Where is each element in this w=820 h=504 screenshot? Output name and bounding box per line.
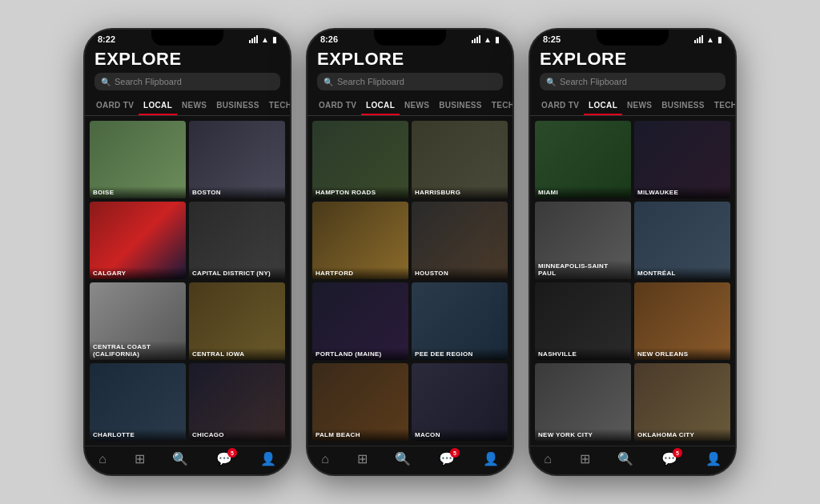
tab-business[interactable]: BUSINESS xyxy=(211,97,264,115)
city-cell-central-coast-(california)[interactable]: CENTRAL COAST (CALIFORNIA) xyxy=(90,282,186,360)
city-cell-nashville[interactable]: NASHVILLE xyxy=(535,282,631,360)
city-cell-boston[interactable]: BOSTON xyxy=(189,121,285,198)
grid-row-1: HARTFORDHOUSTON xyxy=(312,202,508,279)
city-label: CAPITAL DISTRICT (NY) xyxy=(189,267,285,279)
search-bar[interactable]: 🔍 Search Flipboard xyxy=(540,73,726,90)
city-grid: MIAMIMILWAUKEEMINNEAPOLIS-SAINT PAULMONT… xyxy=(530,116,735,446)
search-bar[interactable]: 🔍 Search Flipboard xyxy=(317,73,503,90)
city-cell-portland-(maine)[interactable]: PORTLAND (MAINE) xyxy=(312,282,408,360)
city-label: CHARLOTTE xyxy=(90,429,186,441)
phone-2: 8:26 ▲ ▮ EXPLORE 🔍 Search Flipboard OARD… xyxy=(306,28,514,476)
notifications-nav[interactable]: 💬5 xyxy=(661,451,677,466)
notification-badge: 5 xyxy=(227,448,237,458)
city-label: CENTRAL IOWA xyxy=(189,348,285,360)
city-cell-boise[interactable]: BOISE xyxy=(90,121,186,198)
page-title: EXPLORE xyxy=(540,49,726,70)
city-cell-pee-dee-region[interactable]: PEE DEE REGION xyxy=(412,282,508,360)
city-cell-milwaukee[interactable]: MILWAUKEE xyxy=(634,121,730,198)
tab-tech-&-scienc[interactable]: TECH & SCIENC xyxy=(264,97,290,115)
signal-icon xyxy=(249,35,258,43)
grid-nav[interactable]: ⊞ xyxy=(580,451,590,466)
city-cell-new-orleans[interactable]: NEW ORLEANS xyxy=(634,282,730,360)
search-nav[interactable]: 🔍 xyxy=(172,451,188,466)
city-label: HARTFORD xyxy=(312,267,408,279)
city-cell-oklahoma-city[interactable]: OKLAHOMA CITY xyxy=(634,363,730,441)
tab-news[interactable]: NEWS xyxy=(177,97,211,115)
city-label: PALM BEACH xyxy=(312,429,408,441)
city-cell-calgary[interactable]: CALGARY xyxy=(90,202,186,279)
profile-nav[interactable]: 👤 xyxy=(260,451,276,466)
city-label: CENTRAL COAST (CALIFORNIA) xyxy=(90,341,186,360)
tab-tech-&-scienc[interactable]: TECH & SCIENC xyxy=(709,97,735,115)
city-cell-hartford[interactable]: HARTFORD xyxy=(312,202,408,279)
explore-header: EXPLORE 🔍 Search Flipboard xyxy=(85,46,290,97)
tab-business[interactable]: BUSINESS xyxy=(434,97,487,115)
notifications-nav[interactable]: 💬5 xyxy=(216,451,232,466)
grid-row-0: HAMPTON ROADSHARRISBURG xyxy=(312,121,508,198)
tab-local[interactable]: LOCAL xyxy=(361,97,400,115)
signal-icon xyxy=(694,35,703,43)
tab-oard-tv[interactable]: OARD TV xyxy=(91,97,139,115)
scene: 8:22 ▲ ▮ EXPLORE 🔍 Search Flipboard OARD… xyxy=(0,0,820,504)
grid-row-3: PALM BEACHMACON xyxy=(312,363,508,441)
home-nav[interactable]: ⌂ xyxy=(321,452,329,466)
profile-nav[interactable]: 👤 xyxy=(483,451,499,466)
tab-news[interactable]: NEWS xyxy=(622,97,657,115)
search-placeholder: Search Flipboard xyxy=(115,77,182,86)
bottom-nav: ⌂⊞🔍💬5👤 xyxy=(530,446,735,474)
tab-business[interactable]: BUSINESS xyxy=(657,97,709,115)
wifi-icon: ▲ xyxy=(706,35,714,44)
page-title: EXPLORE xyxy=(317,49,503,70)
battery-icon: ▮ xyxy=(495,35,500,44)
bottom-nav: ⌂⊞🔍💬5👤 xyxy=(85,446,290,474)
city-label: MIAMI xyxy=(535,186,631,198)
battery-icon: ▮ xyxy=(718,35,722,44)
search-icon: 🔍 xyxy=(546,78,556,86)
city-cell-minneapolis-saint-paul[interactable]: MINNEAPOLIS-SAINT PAUL xyxy=(535,202,631,279)
search-bar[interactable]: 🔍 Search Flipboard xyxy=(94,73,280,90)
city-label: HAMPTON ROADS xyxy=(312,186,408,198)
city-label: CHICAGO xyxy=(189,429,285,441)
city-label: BOISE xyxy=(90,186,186,198)
city-grid: BOISEBOSTONCALGARYCAPITAL DISTRICT (NY)C… xyxy=(85,116,290,446)
page-title: EXPLORE xyxy=(94,49,280,70)
city-cell-hampton-roads[interactable]: HAMPTON ROADS xyxy=(312,121,408,198)
bottom-nav: ⌂⊞🔍💬5👤 xyxy=(308,446,512,474)
tab-news[interactable]: NEWS xyxy=(400,97,434,115)
tab-oard-tv[interactable]: OARD TV xyxy=(537,97,584,115)
tab-tech-&-scienc[interactable]: TECH & SCIENC xyxy=(487,97,512,115)
city-cell-capital-district-(ny)[interactable]: CAPITAL DISTRICT (NY) xyxy=(189,202,285,279)
city-cell-central-iowa[interactable]: CENTRAL IOWA xyxy=(189,282,285,360)
city-cell-charlotte[interactable]: CHARLOTTE xyxy=(90,363,186,441)
profile-nav[interactable]: 👤 xyxy=(705,451,722,466)
city-label: HOUSTON xyxy=(412,267,508,279)
notification-badge: 5 xyxy=(673,448,682,458)
city-label: MACON xyxy=(412,429,508,441)
city-label: NEW YORK CITY xyxy=(535,429,631,441)
search-nav[interactable]: 🔍 xyxy=(395,451,411,466)
tab-local[interactable]: LOCAL xyxy=(139,97,177,115)
search-nav[interactable]: 🔍 xyxy=(617,451,633,466)
wifi-icon: ▲ xyxy=(261,35,269,44)
city-cell-chicago[interactable]: CHICAGO xyxy=(189,363,285,441)
city-label: NASHVILLE xyxy=(535,348,631,360)
grid-nav[interactable]: ⊞ xyxy=(135,451,145,466)
home-nav[interactable]: ⌂ xyxy=(98,452,107,466)
grid-row-1: MINNEAPOLIS-SAINT PAULMONTRÉAL xyxy=(535,202,730,279)
phone-3: 8:25 ▲ ▮ EXPLORE 🔍 Search Flipboard OARD… xyxy=(529,28,737,476)
explore-header: EXPLORE 🔍 Search Flipboard xyxy=(530,46,735,97)
search-icon: 🔍 xyxy=(101,78,111,86)
tab-oard-tv[interactable]: OARD TV xyxy=(314,97,361,115)
notifications-nav[interactable]: 💬5 xyxy=(439,451,455,466)
home-nav[interactable]: ⌂ xyxy=(544,452,552,466)
tab-local[interactable]: LOCAL xyxy=(584,97,622,115)
city-cell-macon[interactable]: MACON xyxy=(412,363,508,441)
city-cell-new-york-city[interactable]: NEW YORK CITY xyxy=(535,363,631,441)
grid-nav[interactable]: ⊞ xyxy=(357,451,368,466)
city-cell-miami[interactable]: MIAMI xyxy=(535,121,631,198)
city-cell-montréal[interactable]: MONTRÉAL xyxy=(634,202,730,279)
city-cell-palm-beach[interactable]: PALM BEACH xyxy=(312,363,408,441)
city-grid: HAMPTON ROADSHARRISBURGHARTFORDHOUSTONPO… xyxy=(308,116,512,446)
city-cell-harrisburg[interactable]: HARRISBURG xyxy=(412,121,508,198)
city-cell-houston[interactable]: HOUSTON xyxy=(412,202,508,279)
